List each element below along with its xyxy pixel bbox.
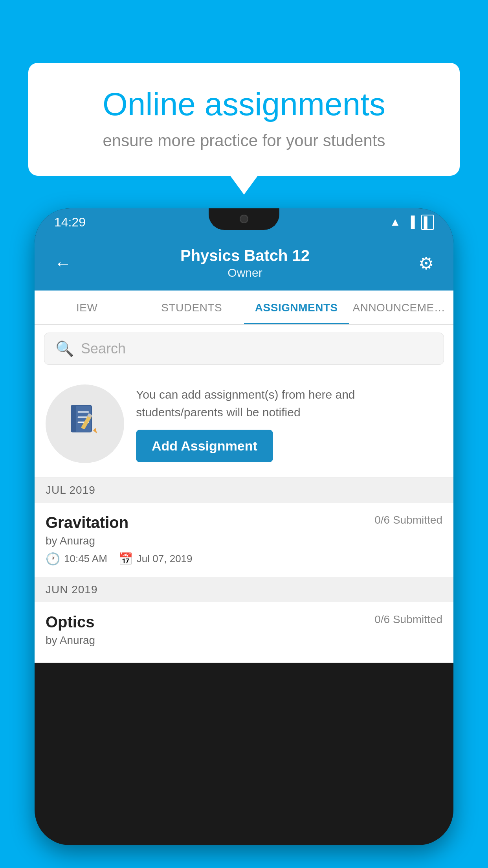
assignment-date-gravitation: 📅 Jul 07, 2019: [118, 552, 193, 566]
signal-icon: ▐: [407, 216, 415, 228]
assignment-item-gravitation[interactable]: Gravitation 0/6 Submitted by Anurag 🕐 10…: [35, 503, 453, 577]
assignment-item-optics[interactable]: Optics 0/6 Submitted by Anurag: [35, 602, 453, 663]
tab-bar: IEW STUDENTS ASSIGNMENTS ANNOUNCEMENTS: [35, 291, 453, 325]
search-bar[interactable]: 🔍 Search: [44, 333, 444, 365]
header-title-group: Physics Batch 12 Owner: [72, 247, 418, 280]
promo-content: You can add assignment(s) from here and …: [136, 386, 442, 462]
tab-students[interactable]: STUDENTS: [139, 291, 244, 324]
page-background: Online assignments ensure more practice …: [0, 0, 488, 868]
assignment-top-optics: Optics 0/6 Submitted: [46, 613, 442, 631]
assignment-time-value: 10:45 AM: [64, 553, 107, 565]
notch-camera: [240, 215, 248, 223]
assignment-meta-gravitation: 🕐 10:45 AM 📅 Jul 07, 2019: [46, 552, 442, 566]
assignment-submitted-optics: 0/6 Submitted: [374, 613, 442, 626]
bubble-title: Online assignments: [56, 86, 432, 122]
section-header-jun: JUN 2019: [35, 577, 453, 602]
search-placeholder: Search: [81, 340, 126, 357]
tab-announcements[interactable]: ANNOUNCEMENTS: [349, 291, 454, 324]
phone-frame: 14:29 ▲ ▐ ▌ ← Physics Batch 12: [35, 208, 453, 845]
section-header-jul: JUL 2019: [35, 478, 453, 503]
phone-device: 14:29 ▲ ▐ ▌ ← Physics Batch 12: [35, 208, 453, 868]
speech-bubble-container: Online assignments ensure more practice …: [28, 63, 460, 176]
bubble-subtitle: ensure more practice for your students: [56, 131, 432, 150]
search-icon: 🔍: [55, 340, 74, 357]
speech-bubble: Online assignments ensure more practice …: [28, 63, 460, 176]
phone-screen: 🔍 Search: [35, 325, 453, 663]
app-header: ← Physics Batch 12 Owner ⚙: [35, 236, 453, 291]
status-bar: 14:29 ▲ ▐ ▌: [35, 208, 453, 236]
assignment-author-optics: by Anurag: [46, 634, 442, 647]
notebook-icon: [67, 402, 103, 446]
add-assignment-button[interactable]: Add Assignment: [136, 430, 273, 462]
header-title: Physics Batch 12: [72, 247, 418, 265]
svg-marker-6: [93, 428, 97, 434]
gear-icon[interactable]: ⚙: [418, 253, 434, 273]
assignment-title-gravitation: Gravitation: [46, 514, 128, 531]
assignment-top: Gravitation 0/6 Submitted: [46, 514, 442, 531]
status-icons: ▲ ▐ ▌: [390, 215, 434, 230]
assignment-date-value: Jul 07, 2019: [137, 553, 193, 565]
notch: [209, 208, 279, 230]
status-time: 14:29: [54, 215, 86, 230]
tab-iew[interactable]: IEW: [35, 291, 139, 324]
clock-icon: 🕐: [46, 552, 60, 566]
tab-assignments[interactable]: ASSIGNMENTS: [244, 291, 349, 324]
search-container: 🔍 Search: [35, 325, 453, 373]
assignment-title-optics: Optics: [46, 613, 94, 631]
header-subtitle: Owner: [72, 266, 418, 280]
calendar-icon: 📅: [118, 552, 133, 566]
assignment-time-gravitation: 🕐 10:45 AM: [46, 552, 107, 566]
battery-icon: ▌: [421, 215, 434, 230]
back-button[interactable]: ←: [54, 254, 72, 273]
wifi-icon: ▲: [390, 216, 401, 228]
promo-icon-circle: [46, 384, 124, 463]
svg-rect-1: [71, 405, 76, 432]
promo-section: You can add assignment(s) from here and …: [35, 373, 453, 478]
assignment-author-gravitation: by Anurag: [46, 535, 442, 547]
promo-description: You can add assignment(s) from here and …: [136, 386, 442, 421]
assignment-submitted-gravitation: 0/6 Submitted: [374, 514, 442, 526]
